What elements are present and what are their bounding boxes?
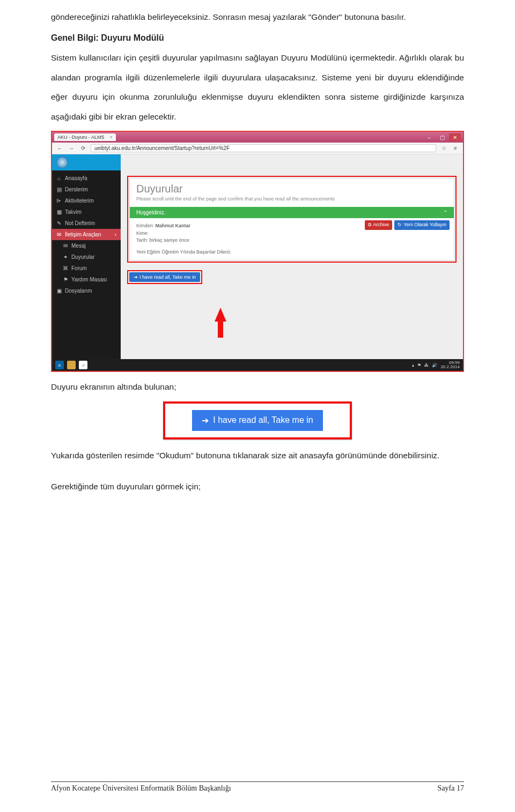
- tray-volume-icon[interactable]: 🔊: [432, 363, 437, 368]
- chevron-up-icon[interactable]: ⌃: [443, 210, 447, 215]
- taskbar-chrome-icon[interactable]: ◉: [79, 361, 87, 369]
- sidebar-item-label: Dosyalarım: [65, 288, 92, 294]
- url-field[interactable]: ueibtyl.aku.edu.tr/Announcement/Startup?…: [91, 144, 436, 152]
- tray-clock[interactable]: 09:59 20.2.2014: [440, 361, 460, 369]
- archive-icon: ⧉: [368, 221, 371, 229]
- sidebar-item-duyurular[interactable]: ✦Duyurular: [52, 251, 121, 263]
- paragraph-4: Yukarıda gösterilen resimde "Okudum" but…: [51, 446, 464, 465]
- highlighted-announcement-card: Duyurular Please scroll until the end of…: [127, 176, 457, 263]
- button-label: I have read all, Take me in: [139, 274, 196, 280]
- paragraph-5: Gerektiğinde tüm duyuruları görmek için;: [51, 477, 464, 496]
- sidebar-item-label: Anasayfa: [65, 175, 87, 181]
- screenshot-button-crop: ➔ I have read all, Take me in: [163, 401, 352, 439]
- to-label: Kime:: [136, 230, 447, 237]
- tab-close-icon[interactable]: ×: [110, 135, 113, 140]
- sidebar-item-derslerim[interactable]: ▤Derslerim: [52, 184, 121, 195]
- star-icon[interactable]: ☆: [439, 144, 448, 153]
- taskbar-explorer-icon[interactable]: [67, 361, 76, 369]
- menu-icon[interactable]: ≡: [451, 144, 460, 153]
- button-label: Archive: [373, 221, 389, 229]
- sidebar-item-takvim[interactable]: ▦Takvim: [52, 206, 121, 218]
- reload-icon[interactable]: ⟳: [79, 144, 87, 153]
- paragraph-2: Sistem kullanıcıları için çeşitli duyuru…: [51, 48, 464, 126]
- highlighted-read-all: ➔ I have read all, Take me in: [127, 270, 202, 284]
- sidebar-item-forum[interactable]: ⌘Forum: [52, 263, 121, 274]
- card-title: Duyurular: [130, 178, 454, 196]
- footer-left: Afyon Kocatepe Üniversitesi Enformatik B…: [51, 784, 231, 793]
- flag-icon: ⚑: [63, 277, 68, 282]
- window-close-icon[interactable]: ✕: [449, 133, 461, 141]
- window-maximize-icon[interactable]: ▢: [436, 133, 448, 141]
- section-heading: Genel Bilgi: Duyuru Modülü: [51, 33, 464, 43]
- sidebar-item-label: Takvim: [65, 209, 82, 215]
- chevron-left-icon: ‹: [115, 232, 116, 237]
- sidebar-item-anasayfa[interactable]: ⌂Anasayfa: [52, 173, 121, 184]
- announcement-header: Hoşgeldiniz. ⌃: [130, 207, 454, 218]
- pencil-icon: ✎: [56, 220, 62, 226]
- sidebar-item-label: Duyurular: [71, 254, 94, 260]
- button-label: Yeni Olarak Yollayın: [403, 221, 446, 229]
- date-label: Tarih:: [136, 237, 148, 243]
- sidebar: ⌂Anasayfa ▤Derslerim ⩥Aktivitelerim ▦Tak…: [52, 154, 121, 359]
- read-all-button[interactable]: ➔ I have read all, Take me in: [129, 272, 200, 282]
- book-icon: ▤: [56, 187, 62, 192]
- button-label: I have read all, Take me in: [213, 415, 313, 425]
- sidebar-item-label: Derslerim: [65, 187, 88, 192]
- nav-back-icon[interactable]: ←: [55, 144, 64, 153]
- home-icon: ⌂: [56, 175, 62, 181]
- taskbar: e ◉ ▴ ⚑ 🖧 🔊 09:59 20.2.2014: [52, 359, 463, 371]
- forum-icon: ⌘: [63, 265, 68, 271]
- page-footer: Afyon Kocatepe Üniversitesi Enformatik B…: [51, 781, 464, 793]
- refresh-icon: ↻: [398, 221, 402, 229]
- arrow-right-icon: ➔: [134, 274, 138, 280]
- sidebar-item-yardim[interactable]: ⚑Yardım Masası: [52, 274, 121, 285]
- sidebar-item-label: Aktivitelerim: [65, 198, 94, 204]
- sidebar-item-iletisim[interactable]: ✉İletişim Araçları‹: [52, 229, 121, 240]
- annotation-arrow-icon: [215, 308, 226, 322]
- tab-title: AKU - Duyuru - ALMS: [57, 135, 105, 140]
- announcement-header-text: Hoşgeldiniz.: [136, 210, 165, 215]
- arrow-right-icon: ➔: [202, 415, 209, 426]
- address-bar: ← → ⟳ ueibtyl.aku.edu.tr/Announcement/St…: [52, 143, 463, 154]
- card-subtitle: Please scroll until the end of the page …: [130, 196, 454, 207]
- sidebar-item-label: İletişim Araçları: [65, 232, 101, 237]
- paragraph-3: Duyuru ekranının altında bulunan;: [51, 377, 464, 397]
- archive-button[interactable]: ⧉Archive: [365, 220, 392, 230]
- mail-icon: ✉: [56, 232, 62, 237]
- clock-date: 20.2.2014: [440, 364, 460, 369]
- envelope-icon: ✉: [63, 243, 68, 249]
- content-area: Duyurular Please scroll until the end of…: [121, 154, 463, 359]
- sidebar-item-label: Forum: [71, 265, 87, 271]
- window-minimize-icon[interactable]: –: [423, 133, 435, 141]
- tray-network-icon[interactable]: 🖧: [424, 363, 429, 368]
- nav-forward-icon[interactable]: →: [67, 144, 76, 153]
- app-logo[interactable]: [56, 157, 68, 168]
- announcement-body: ⧉Archive ↻Yeni Olarak Yollayın Kimden: M…: [130, 218, 454, 260]
- paragraph-1: göndereceğinizi rahatlıkla belirleyeceks…: [51, 8, 464, 27]
- sidebar-item-not-defterim[interactable]: ✎Not Defterim: [52, 218, 121, 229]
- announcement-message: Yeni Eğitim Öğretim Yılında Başarılar Di…: [136, 249, 447, 256]
- from-label: Kimden:: [136, 223, 154, 228]
- sidebar-item-mesaj[interactable]: ✉Mesaj: [52, 240, 121, 251]
- tray-flag-icon[interactable]: ⚑: [417, 363, 421, 368]
- tray-up-icon[interactable]: ▴: [412, 363, 414, 368]
- from-value: Mahmut Kantar: [156, 223, 191, 228]
- sidebar-item-dosyalarim[interactable]: ▣Dosyalarım: [52, 285, 121, 296]
- sidebar-item-aktivitelerim[interactable]: ⩥Aktivitelerim: [52, 195, 121, 206]
- browser-titlebar: AKU - Duyuru - ALMS × – ▢ ✕: [52, 132, 463, 143]
- megaphone-icon: ✦: [63, 254, 68, 260]
- read-all-button-large[interactable]: ➔ I have read all, Take me in: [192, 410, 322, 431]
- taskbar-ie-icon[interactable]: e: [55, 361, 64, 369]
- sidebar-item-label: Mesaj: [71, 243, 86, 249]
- screenshot-browser: AKU - Duyuru - ALMS × – ▢ ✕ ← → ⟳ ueibty…: [51, 131, 464, 372]
- browser-tab[interactable]: AKU - Duyuru - ALMS ×: [54, 133, 116, 141]
- footer-right: Sayfa 17: [438, 784, 464, 793]
- chart-icon: ⩥: [56, 198, 62, 204]
- sidebar-item-label: Not Defterim: [65, 220, 95, 226]
- resend-button[interactable]: ↻Yeni Olarak Yollayın: [394, 220, 450, 230]
- calendar-icon: ▦: [56, 209, 62, 215]
- folder-icon: ▣: [56, 288, 62, 294]
- date-value: birkaç saniye önce: [150, 237, 190, 243]
- sidebar-item-label: Yardım Masası: [71, 277, 107, 282]
